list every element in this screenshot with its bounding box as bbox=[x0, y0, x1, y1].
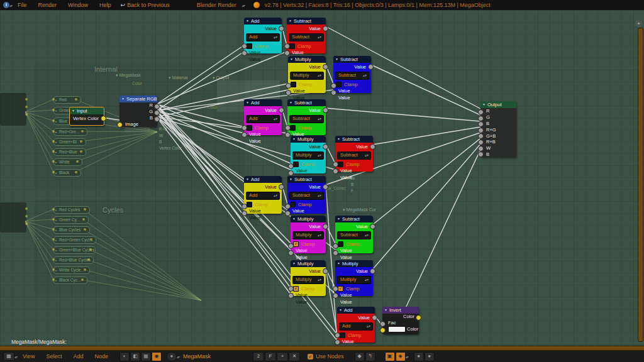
value-input-socket-icon[interactable] bbox=[288, 250, 294, 256]
operation-dropdown[interactable]: Add▴▾ bbox=[246, 192, 280, 200]
editor-type-icon[interactable]: ▦ bbox=[3, 352, 14, 361]
clamp-checkbox[interactable]: ✓ bbox=[338, 241, 343, 247]
clamp-checkbox[interactable]: ✓ bbox=[247, 43, 252, 49]
collapse-triangle-icon[interactable]: ▼ bbox=[337, 216, 340, 222]
math-node-subtract-1[interactable]: ▼SubtractValueSubtract▴▾✓ClampValueValue bbox=[287, 18, 326, 53]
value-output-socket-icon[interactable] bbox=[372, 315, 377, 321]
render-engine-select[interactable]: Blender Render bbox=[191, 2, 242, 8]
value-input-socket-icon[interactable] bbox=[288, 170, 294, 176]
ricons1-icon-1[interactable]: ↰ bbox=[365, 352, 375, 361]
math-node-subtract-3[interactable]: ▼SubtractValueSubtract▴▾✓ClampValueValue bbox=[333, 56, 371, 93]
footer-menu-add[interactable]: Add bbox=[67, 353, 89, 359]
clamp-row[interactable]: ✓Clamp bbox=[244, 201, 282, 208]
unlink-datablock-button[interactable]: ✕ bbox=[289, 352, 300, 361]
g-input-socket-icon[interactable] bbox=[478, 116, 484, 121]
clamp-row[interactable]: ✓Clamp bbox=[287, 124, 326, 131]
zoom-plus-button[interactable]: + bbox=[635, 20, 642, 27]
value-output-socket-icon[interactable] bbox=[279, 107, 284, 113]
math-node-subtract-9[interactable]: ▼SubtractValueSubtract▴▾✓ClampValueValue bbox=[287, 176, 326, 214]
collapse-triangle-icon[interactable]: ▼ bbox=[337, 260, 340, 267]
ricons3-icon-0[interactable]: ● bbox=[414, 352, 424, 361]
collapse-triangle-icon[interactable]: ▼ bbox=[121, 96, 125, 102]
collapse-triangle-icon[interactable]: ▼ bbox=[246, 99, 249, 106]
use-nodes-toggle[interactable]: ✓ Use Nodes bbox=[308, 353, 344, 359]
image-input-socket-icon[interactable] bbox=[117, 122, 123, 128]
clamp-checkbox[interactable]: ✓ bbox=[338, 286, 343, 292]
menu-help[interactable]: Help bbox=[94, 2, 117, 8]
node-header[interactable]: ▼Input bbox=[70, 107, 104, 114]
node-header[interactable]: ▼Output bbox=[480, 101, 516, 108]
math-node-multiply-10[interactable]: ▼MultiplyValueMultiply▴▾✓ClampValueValue bbox=[291, 216, 326, 253]
clamp-row[interactable]: ✓Clamp bbox=[291, 241, 326, 248]
value-output-socket-icon[interactable] bbox=[323, 268, 328, 274]
node-header[interactable]: ▼Multiply bbox=[291, 216, 326, 222]
ricons3-icon-1[interactable]: ● bbox=[425, 352, 435, 361]
value-input-socket-icon[interactable] bbox=[333, 168, 338, 174]
collapse-triangle-icon[interactable]: ▼ bbox=[289, 99, 292, 106]
node-header[interactable]: ▼Separate RGB bbox=[119, 96, 157, 102]
input-group-node[interactable]: ▼InputVertex Color bbox=[69, 107, 104, 126]
tree-type-icon-1[interactable]: ◧ bbox=[130, 352, 140, 361]
tree-type-icon-3[interactable]: ◉ bbox=[152, 352, 162, 361]
value-output-socket-icon[interactable] bbox=[370, 144, 375, 150]
operation-dropdown[interactable]: Multiply▴▾ bbox=[292, 231, 324, 239]
operation-dropdown[interactable]: Subtract▴▾ bbox=[289, 33, 324, 41]
value-input-socket-icon[interactable] bbox=[242, 211, 247, 216]
node-header[interactable]: ▼Multiply bbox=[291, 136, 326, 143]
collapse-triangle-icon[interactable]: ▼ bbox=[335, 56, 338, 63]
clamp-checkbox[interactable]: ✓ bbox=[247, 202, 252, 207]
clamp-checkbox[interactable]: ✓ bbox=[293, 286, 299, 292]
math-node-multiply-2[interactable]: ▼MultiplyValueMultiply▴▾✓ClampValueValue bbox=[288, 56, 326, 93]
clamp-checkbox[interactable]: ✓ bbox=[336, 82, 341, 87]
math-node-subtract-11[interactable]: ▼SubtractValueSubtract▴▾✓ClampValueValue bbox=[335, 216, 373, 253]
clamp-checkbox[interactable]: ✓ bbox=[340, 332, 345, 338]
value-input-socket-icon[interactable] bbox=[333, 243, 338, 249]
clamp-checkbox[interactable]: ✓ bbox=[290, 125, 296, 131]
node-tree-name-field[interactable]: MegaMask bbox=[183, 353, 211, 359]
value-input-socket-icon[interactable] bbox=[285, 211, 291, 216]
value-output-socket-icon[interactable] bbox=[279, 184, 284, 190]
operation-dropdown[interactable]: Multiply▴▾ bbox=[290, 72, 324, 80]
tree-type-icon-2[interactable]: ▦ bbox=[141, 352, 151, 361]
b-output-socket-icon[interactable] bbox=[154, 116, 160, 122]
node-editor-canvas[interactable]: InternalCycles▾ MegaMaskColor▾ Material▾… bbox=[0, 10, 644, 346]
operation-dropdown[interactable]: Subtract▴▾ bbox=[337, 151, 371, 160]
operation-dropdown[interactable]: Multiply▴▾ bbox=[292, 151, 324, 160]
node-header[interactable]: ▼Multiply bbox=[335, 260, 373, 267]
clamp-checkbox[interactable]: ✓ bbox=[291, 82, 296, 87]
value-input-socket-icon[interactable] bbox=[284, 50, 290, 56]
horizontal-scrollbar[interactable] bbox=[0, 346, 644, 351]
color-output-socket-icon[interactable] bbox=[416, 315, 421, 321]
value-output-socket-icon[interactable] bbox=[370, 224, 375, 229]
ricons2-icon-1[interactable]: ◈ bbox=[396, 352, 406, 361]
clamp-checkbox[interactable]: ✓ bbox=[293, 162, 299, 167]
clamp-checkbox[interactable]: ✓ bbox=[293, 241, 299, 247]
r+b-input-socket-icon[interactable] bbox=[478, 140, 484, 145]
r-input-socket-icon[interactable] bbox=[478, 109, 484, 115]
value-input-socket-icon[interactable] bbox=[242, 50, 247, 56]
node-header[interactable]: ▼Subtract bbox=[335, 216, 373, 222]
users-count-button[interactable]: 2 bbox=[253, 352, 264, 361]
collapse-triangle-icon[interactable]: ▼ bbox=[482, 101, 486, 108]
value-input-socket-icon[interactable] bbox=[333, 250, 338, 256]
value-output-socket-icon[interactable] bbox=[279, 26, 284, 31]
value-input-socket-icon[interactable] bbox=[284, 43, 290, 49]
vertex-color-output-socket-icon[interactable] bbox=[101, 116, 106, 121]
operation-dropdown[interactable]: Multiply▴▾ bbox=[337, 276, 371, 284]
value-input-socket-icon[interactable] bbox=[242, 125, 247, 131]
operation-dropdown[interactable]: Add▴▾ bbox=[246, 115, 280, 123]
g-output-socket-icon[interactable] bbox=[154, 110, 160, 116]
value-output-socket-icon[interactable] bbox=[323, 224, 328, 229]
node-header[interactable]: ▼Subtract bbox=[333, 56, 371, 63]
color-swatch[interactable] bbox=[388, 326, 406, 332]
operation-dropdown[interactable]: Multiply▴▾ bbox=[292, 276, 324, 284]
node-header[interactable]: ▼Multiply bbox=[288, 56, 326, 63]
math-node-multiply-13[interactable]: ▼MultiplyValueMultiply▴▾✓ClampValueValue bbox=[335, 260, 373, 296]
math-node-add-4[interactable]: ▼AddValueAdd▴▾✓ClampValueValue bbox=[244, 99, 282, 135]
overlay-arrows-icon[interactable]: ▴▾ bbox=[406, 354, 408, 359]
collapse-triangle-icon[interactable]: ▼ bbox=[246, 176, 249, 183]
menu-window[interactable]: Window bbox=[62, 2, 94, 8]
value-input-socket-icon[interactable] bbox=[242, 43, 247, 49]
footer-menu-node[interactable]: Node bbox=[89, 353, 114, 359]
value-input-socket-icon[interactable] bbox=[288, 243, 294, 249]
